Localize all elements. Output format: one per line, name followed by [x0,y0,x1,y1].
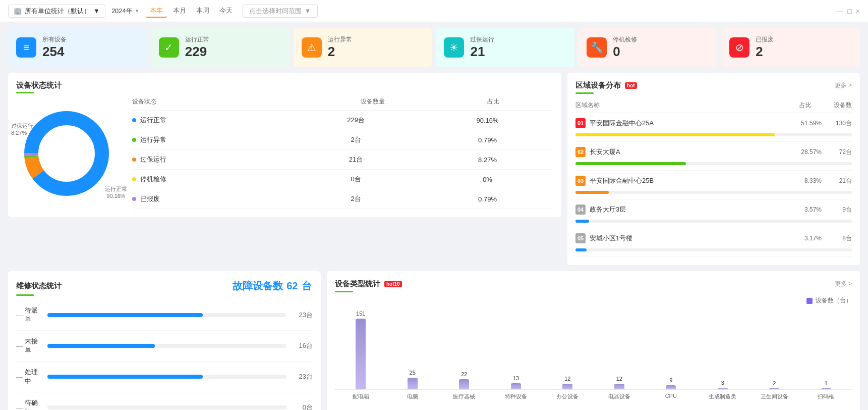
bar-item: 12 [599,376,641,389]
tab-today[interactable]: 今天 [215,5,237,18]
stat-card-abnormal[interactable]: ⚠ 运行异常 2 [294,28,432,67]
bar-axis-label: 卫生间设备 [754,393,795,400]
area-row: 04 政务大厅3层 3.57% 9台 [575,199,852,228]
stat-info-overdue: 过保运行 21 [470,35,566,60]
maint-item-count: 23台 [293,311,313,320]
bar-chart: 151 25 22 13 12 12 9 3 2 1 [335,309,852,390]
bar-item: 9 [650,377,692,389]
device-type-title: 设备类型统计 hot10 [335,279,402,289]
tab-week[interactable]: 本周 [192,5,213,18]
device-status-card: 设备状态统计 [8,73,561,217]
legend-item-count: 229台 [290,116,422,125]
bar-item: 13 [495,375,537,389]
legend-row: 停机检修 0台 0% [132,170,553,189]
area-bar [575,245,852,251]
stat-card-overdue[interactable]: ☀ 过保运行 21 [436,28,574,67]
maint-item-label: — 待确认 [16,398,41,410]
maint-bar-fill [47,344,155,348]
area-count: 130台 [822,119,852,128]
area-row: 02 长安大厦A 28.57% 72台 [575,142,852,171]
donut-chart: 过保运行8.27% 运行正常90.16% [16,103,117,204]
legend-label: 设备数（台） [816,296,852,305]
unit-arrow-icon: ▼ [93,7,100,15]
maximize-button[interactable]: □ [847,7,851,15]
legend-item-name: 过保运行 [132,155,290,164]
area-name: 平安国际金融中心25A [590,119,781,128]
bar-value-label: 9 [669,377,672,383]
bar-value-label: 25 [410,370,416,376]
bar-axis-label: 电脑 [392,393,434,400]
close-button[interactable]: × [856,7,860,15]
device-type-more-button[interactable]: 更多 > [835,280,852,288]
device-status-content: 过保运行8.27% 运行正常90.16% 设备状态 设备数量 占比 运行正常 2… [16,97,553,209]
col-count: 设备数量 [313,97,433,106]
area-bar [575,188,852,194]
stat-card-all[interactable]: ≡ 所有设备 254 [8,28,147,67]
stat-label-scrapped: 已报废 [756,35,852,44]
col-area-count: 设备数 [812,101,852,110]
area-more-button[interactable]: 更多 > [835,81,852,90]
area-rank-badge: 03 [575,176,586,186]
area-pct: 8.33% [781,177,822,184]
area-count: 21台 [822,177,852,185]
area-rank-badge: 04 [575,204,586,215]
stat-icon-all: ≡ [16,37,36,58]
bar-column [408,378,418,389]
maintenance-header: 维修状态统计 故障设备数 62 台 [16,279,313,293]
tab-year[interactable]: 本年 [146,5,167,18]
stat-value-stopped: 0 [613,44,709,60]
bar-column [356,319,366,389]
year-selector[interactable]: 2024年 ▼ [111,7,140,16]
device-status-title: 设备状态统计 [16,81,553,90]
bar-column [666,385,676,389]
left-column: 设备状态统计 [8,73,561,265]
stat-value-abnormal: 2 [328,44,424,60]
maintenance-row: — 待派单 23台 [16,300,313,331]
bar-value-label: 151 [356,311,365,317]
maintenance-row: — 待确认 0台 [16,392,313,410]
header: 🏢 所有单位统计（默认） ▼ 2024年 ▼ 本年 本月 本周 今天 点击选择时… [0,0,868,22]
maintenance-card: 维修状态统计 故障设备数 62 台 — 待派单 23台 — 未接单 16台 [8,271,321,410]
unit-selector[interactable]: 🏢 所有单位统计（默认） ▼ [8,5,105,18]
maintenance-row: — 处理中 23台 [16,362,313,392]
area-name: 安城小区1号楼 [590,234,781,243]
area-count: 9台 [822,206,852,214]
bar-axis-label: 配电箱 [340,393,382,400]
area-row: 03 平安国际金融中心25B 8.33% 21台 [575,171,852,199]
minimize-button[interactable]: — [836,7,843,15]
legend-dot-icon [132,177,136,181]
area-pct: 28.57% [781,148,822,156]
legend-rows: 运行正常 229台 90.16% 运行异常 2台 0.79% 过保运行 21台 … [132,111,553,209]
stat-icon-normal: ✓ [159,37,179,58]
legend-row: 运行正常 229台 90.16% [132,111,553,130]
area-rank-badge: 01 [575,118,586,128]
col-area-pct: 占比 [761,101,812,110]
area-bar [575,159,852,165]
bar-item: 12 [547,376,589,389]
stat-card-scrapped[interactable]: ⊘ 已报废 2 [721,28,860,67]
legend-dot-icon [132,197,136,201]
legend-square-icon [806,298,813,304]
area-badge: hot [625,82,637,89]
svg-point-0 [31,118,102,189]
maint-title-underline [16,294,34,296]
legend-item-count: 0台 [290,175,422,184]
stat-info-normal: 运行正常 229 [185,35,281,60]
stat-label-normal: 运行正常 [185,35,281,44]
stat-label-abnormal: 运行异常 [328,35,424,44]
maint-item-label: — 待派单 [16,306,41,324]
stat-card-stopped[interactable]: 🔧 停机检修 0 [578,28,717,67]
time-range-arrow-icon: ▼ [305,7,311,15]
tab-month[interactable]: 本月 [169,5,190,18]
area-bar [575,217,852,223]
legend-row: 运行异常 2台 0.79% [132,130,553,150]
bar-value-label: 22 [461,371,467,377]
donut-label-normal: 运行正常90.16% [105,185,127,199]
legend-row: 已报废 2台 0.79% [132,189,553,209]
stat-info-stopped: 停机检修 0 [613,35,709,60]
stat-value-normal: 229 [185,44,281,60]
maint-item-count: 16台 [293,341,313,350]
stat-card-normal[interactable]: ✓ 运行正常 229 [151,28,290,67]
area-pct: 3.17% [781,235,822,242]
time-range-selector[interactable]: 点击选择时间范围 ▼ [243,5,318,18]
